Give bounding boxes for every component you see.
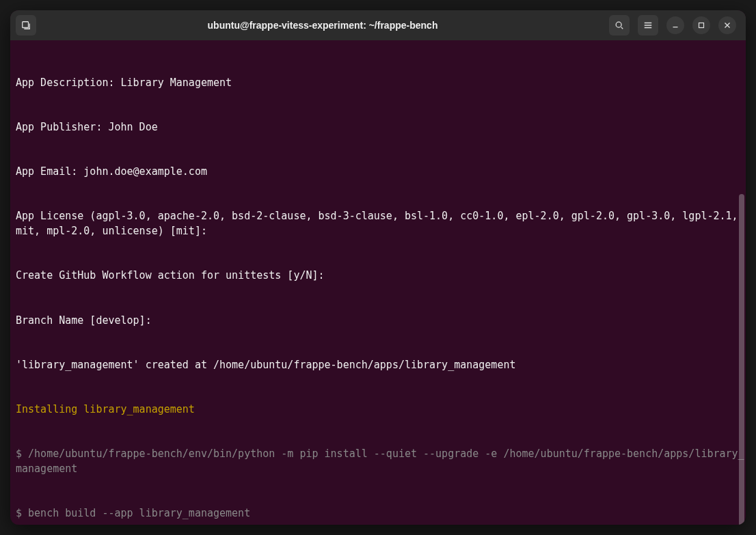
svg-point-1 <box>616 22 621 27</box>
menu-button[interactable] <box>638 15 658 36</box>
hamburger-icon <box>643 20 653 30</box>
close-icon <box>723 20 732 30</box>
window-title: ubuntu@frappe-vitess-experiment: ~/frapp… <box>43 20 602 31</box>
output-line: $ /home/ubuntu/frappe-bench/env/bin/pyth… <box>16 447 744 477</box>
output-line: 'library_management' created at /home/ub… <box>16 358 744 373</box>
output-line: Create GitHub Workflow action for unitte… <box>16 269 744 284</box>
minimize-icon <box>671 20 680 30</box>
output-line: Installing library_management <box>16 402 744 417</box>
output-line: App Description: Library Management <box>16 76 744 91</box>
svg-rect-2 <box>699 23 704 28</box>
search-button[interactable] <box>609 15 630 36</box>
output-line: App Email: john.doe@example.com <box>16 165 744 180</box>
search-icon <box>615 20 624 30</box>
scrollbar[interactable] <box>739 194 744 525</box>
new-tab-button[interactable] <box>16 15 36 36</box>
titlebar: ubuntu@frappe-vitess-experiment: ~/frapp… <box>10 10 746 40</box>
terminal-content[interactable]: App Description: Library Management App … <box>10 40 746 525</box>
minimize-button[interactable] <box>666 16 684 34</box>
output-line: App Publisher: John Doe <box>16 120 744 135</box>
terminal-window: ubuntu@frappe-vitess-experiment: ~/frapp… <box>10 10 746 525</box>
output-line: $ bench build --app library_management <box>16 506 744 521</box>
svg-rect-0 <box>23 22 29 28</box>
maximize-icon <box>697 20 706 30</box>
maximize-button[interactable] <box>692 16 710 34</box>
output-line: Branch Name [develop]: <box>16 314 744 329</box>
close-button[interactable] <box>718 16 736 34</box>
output-line: App License (agpl-3.0, apache-2.0, bsd-2… <box>16 209 744 239</box>
